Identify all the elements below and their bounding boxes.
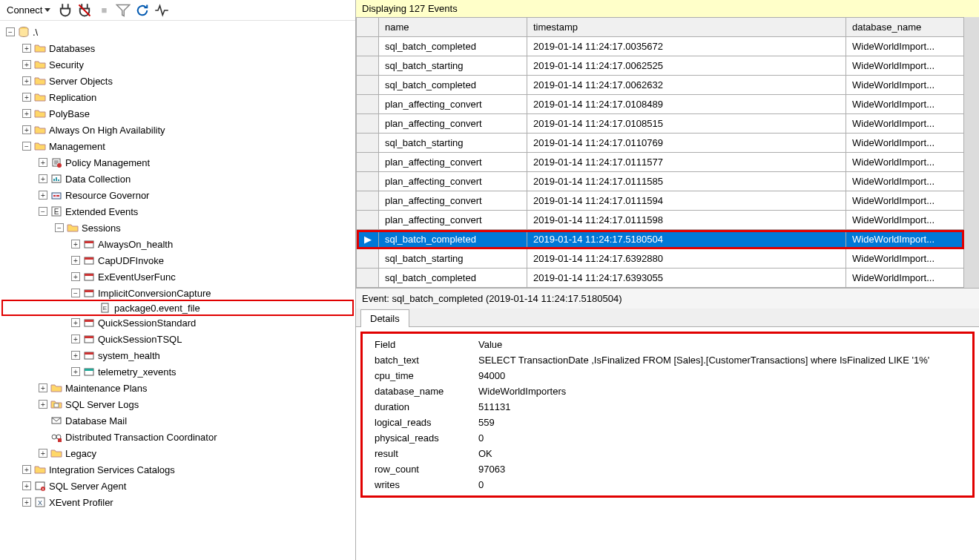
expander-icon[interactable]: + xyxy=(22,93,31,102)
tree-node[interactable]: +QuickSessionStandard xyxy=(1,314,354,331)
expander-icon[interactable]: + xyxy=(39,174,47,183)
vertical-scrollbar[interactable] xyxy=(964,17,979,288)
expander-icon[interactable]: + xyxy=(39,158,47,167)
table-row[interactable]: sql_batch_completed2019-01-14 11:24:17.0… xyxy=(357,37,964,56)
tree-node[interactable]: +ExEventUserFunc xyxy=(1,269,354,285)
expander-icon[interactable]: + xyxy=(71,318,80,327)
detail-field: database_name xyxy=(370,383,474,399)
expander-icon[interactable]: − xyxy=(39,207,47,216)
table-row[interactable]: sql_batch_completed2019-01-14 11:24:17.6… xyxy=(357,269,964,288)
expander-icon[interactable]: + xyxy=(22,44,31,53)
col-name[interactable]: name xyxy=(379,18,527,37)
table-row[interactable]: plan_affecting_convert2019-01-14 11:24:1… xyxy=(357,172,964,191)
tree-node[interactable]: +xSQL Server Agent xyxy=(1,478,354,494)
cell-name: sql_batch_starting xyxy=(379,134,527,153)
connect-button[interactable]: Connect xyxy=(4,3,53,17)
cell-db: WideWorldImport... xyxy=(846,37,964,56)
tree-node[interactable]: Distributed Transaction Coordinator xyxy=(1,429,354,445)
cell-name: plan_affecting_convert xyxy=(379,153,527,172)
detail-value: SELECT TransactionDate ,IsFinalized FROM… xyxy=(474,352,965,368)
table-row[interactable]: plan_affecting_convert2019-01-14 11:24:1… xyxy=(357,211,964,230)
tree-node[interactable]: −ImplicitConversionCapture xyxy=(1,285,354,301)
tree-node-label: Distributed Transaction Coordinator xyxy=(65,432,217,443)
table-row[interactable]: plan_affecting_convert2019-01-14 11:24:1… xyxy=(357,95,964,114)
tree-node[interactable]: −EExtended Events xyxy=(1,203,354,220)
expander-icon[interactable]: + xyxy=(39,191,47,200)
table-row[interactable]: sql_batch_completed2019-01-14 11:24:17.0… xyxy=(357,76,964,95)
expander-icon[interactable]: + xyxy=(22,125,31,134)
table-row[interactable]: ▶sql_batch_completed2019-01-14 11:24:17.… xyxy=(357,230,964,249)
table-row[interactable]: sql_batch_starting2019-01-14 11:24:17.01… xyxy=(357,134,964,153)
tree-node-label: Integration Services Catalogs xyxy=(49,464,175,475)
table-row[interactable]: plan_affecting_convert2019-01-14 11:24:1… xyxy=(357,114,964,134)
cell-db: WideWorldImport... xyxy=(846,95,964,114)
folder-icon xyxy=(34,75,46,87)
refresh-icon[interactable] xyxy=(135,3,150,18)
expander-icon[interactable]: + xyxy=(22,481,31,490)
svg-rect-14 xyxy=(85,257,93,260)
expander-icon[interactable]: + xyxy=(71,240,80,248)
stop-icon[interactable]: ■ xyxy=(96,3,111,18)
filter-icon[interactable] xyxy=(116,3,131,18)
table-row[interactable]: plan_affecting_convert2019-01-14 11:24:1… xyxy=(357,153,964,172)
tree-node[interactable]: +system_health xyxy=(1,347,354,363)
tree-node[interactable]: −Management xyxy=(1,138,354,154)
expander-icon[interactable]: − xyxy=(6,27,15,36)
tree-node[interactable]: +Always On High Availability xyxy=(1,122,354,138)
expander-icon[interactable]: + xyxy=(71,367,80,376)
expander-icon[interactable]: + xyxy=(22,498,31,507)
grid-header-row[interactable]: name timestamp database_name xyxy=(357,18,964,37)
expander-icon[interactable] xyxy=(88,303,96,312)
tree-node[interactable]: Epackage0.event_file xyxy=(1,300,354,316)
tree-node[interactable]: +PolyBase xyxy=(1,105,354,122)
expander-icon[interactable]: + xyxy=(39,383,47,392)
tree-node[interactable]: Database Mail xyxy=(1,412,354,429)
activity-icon[interactable] xyxy=(154,3,169,18)
tree-node[interactable]: +QuickSessionTSQL xyxy=(1,331,354,347)
expander-icon[interactable]: + xyxy=(22,109,31,118)
tree-node[interactable]: +Integration Services Catalogs xyxy=(1,461,354,478)
tree-node[interactable]: −Sessions xyxy=(1,220,354,236)
tree-node[interactable]: +Resource Governor xyxy=(1,187,354,203)
expander-icon[interactable]: + xyxy=(22,76,31,85)
expander-icon[interactable]: + xyxy=(71,256,80,265)
tree-view[interactable]: − .\ +Databases+Security+Server Objects+… xyxy=(0,21,355,560)
tree-root[interactable]: − .\ xyxy=(1,24,354,40)
expander-icon[interactable] xyxy=(39,432,47,441)
tree-node[interactable]: +Legacy xyxy=(1,445,354,461)
expander-icon[interactable]: − xyxy=(71,289,80,297)
tree-node[interactable]: +XXEvent Profiler xyxy=(1,494,354,510)
table-row[interactable]: sql_batch_starting2019-01-14 11:24:17.00… xyxy=(357,56,964,76)
expander-icon[interactable]: − xyxy=(22,142,31,151)
tree-node[interactable]: +Databases xyxy=(1,40,354,56)
expander-icon[interactable]: − xyxy=(55,223,64,232)
expander-icon[interactable]: + xyxy=(39,400,47,409)
tree-node[interactable]: +Data Collection xyxy=(1,171,354,187)
plug-disconnect-icon[interactable] xyxy=(77,3,92,18)
expander-icon[interactable]: + xyxy=(22,60,31,69)
tree-node[interactable]: +Policy Management xyxy=(1,154,354,171)
svg-rect-6 xyxy=(56,177,57,181)
expander-icon[interactable]: + xyxy=(71,335,80,343)
tree-node[interactable]: +Replication xyxy=(1,89,354,105)
events-grid[interactable]: name timestamp database_name sql_batch_c… xyxy=(356,17,964,288)
plug-connect-icon[interactable] xyxy=(58,3,73,18)
tab-details[interactable]: Details xyxy=(360,309,409,327)
expander-icon[interactable] xyxy=(39,416,47,425)
svg-rect-12 xyxy=(85,241,93,243)
tree-node[interactable]: +Security xyxy=(1,56,354,73)
col-dbname[interactable]: database_name xyxy=(846,18,964,37)
tree-node[interactable]: +SQL Server Logs xyxy=(1,396,354,412)
tree-node[interactable]: +CapUDFInvoke xyxy=(1,252,354,269)
table-row[interactable]: plan_affecting_convert2019-01-14 11:24:1… xyxy=(357,191,964,211)
tree-node[interactable]: +Maintenance Plans xyxy=(1,380,354,396)
tree-node[interactable]: +Server Objects xyxy=(1,73,354,89)
expander-icon[interactable]: + xyxy=(71,272,80,281)
expander-icon[interactable]: + xyxy=(22,465,31,474)
tree-node[interactable]: +AlwaysOn_health xyxy=(1,236,354,252)
expander-icon[interactable]: + xyxy=(71,351,80,360)
expander-icon[interactable]: + xyxy=(39,449,47,458)
tree-node[interactable]: +telemetry_xevents xyxy=(1,363,354,380)
col-timestamp[interactable]: timestamp xyxy=(527,18,846,37)
table-row[interactable]: sql_batch_starting2019-01-14 11:24:17.63… xyxy=(357,249,964,269)
